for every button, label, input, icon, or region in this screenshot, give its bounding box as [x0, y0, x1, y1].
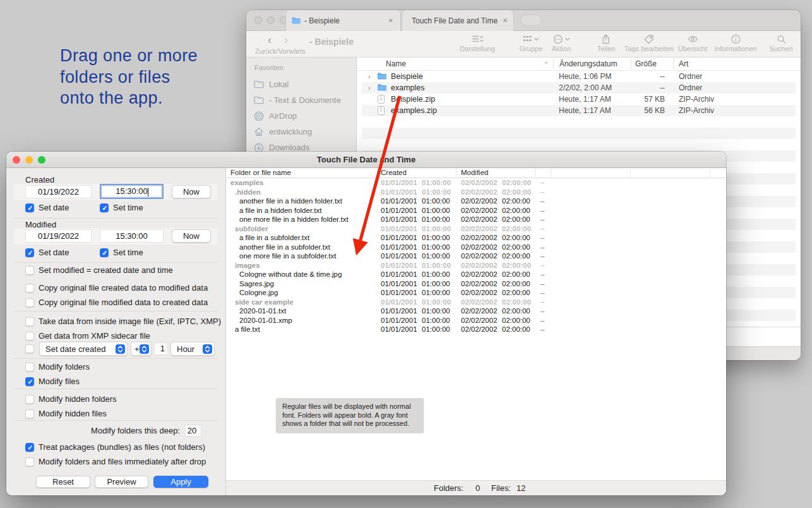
modified-now-button[interactable]: Now — [172, 229, 211, 243]
file-row[interactable]: › Beispiele Heute, 1:06 PM -- Ordner — [362, 71, 796, 82]
disclosure-chevron-icon[interactable]: › — [368, 71, 371, 82]
tab-close-icon[interactable]: ✕ — [387, 17, 395, 24]
new-tab-stub[interactable] — [520, 15, 542, 26]
table-row[interactable]: a file.txt 01/01/2001 01:00:00 02/02/200… — [226, 325, 726, 334]
created-now-button[interactable]: Now — [172, 185, 211, 198]
option-checkbox-row[interactable]: Modify hidden folders — [25, 394, 117, 404]
column-header-name[interactable]: Folder or file name — [230, 169, 291, 176]
option-checkbox-row[interactable]: Set modified = created date and time — [25, 265, 173, 275]
modified-time-field[interactable]: 15:30:00 — [100, 229, 164, 243]
file-row[interactable]: › examples 2/2/02, 2:00 AM -- Ordner — [362, 82, 796, 94]
zoom-button[interactable] — [38, 156, 45, 164]
column-header-size[interactable]: Größe — [635, 59, 657, 68]
table-row[interactable]: side car example 01/01/2001 01:00:00 02/… — [226, 298, 726, 307]
sidebar-item-entwicklung[interactable]: entwicklung — [246, 124, 356, 140]
checkbox[interactable] — [25, 457, 34, 466]
close-button[interactable] — [13, 156, 20, 164]
option-checkbox-row[interactable]: Copy original file created data to modif… — [25, 283, 208, 293]
toolbar-share-button[interactable]: Teilen — [597, 33, 616, 52]
column-divider[interactable] — [631, 59, 631, 70]
option-checkbox-row[interactable]: Modify hidden files — [25, 409, 117, 418]
tab-close-icon[interactable]: ✕ — [501, 17, 509, 24]
table-row[interactable]: another file in a hidden folder.txt 01/0… — [226, 197, 726, 206]
checkbox[interactable] — [25, 203, 34, 212]
table-row[interactable]: 2020-01-01.txt 01/01/2001 01:00:00 02/02… — [226, 306, 726, 316]
offset-unit-select[interactable]: Hour — [170, 342, 215, 356]
set-date-offset-checkbox[interactable] — [25, 344, 34, 353]
preview-button[interactable]: Preview — [95, 476, 148, 488]
table-row[interactable]: one more file in a subfolder.txt 01/01/2… — [226, 251, 726, 261]
toolbar-quicklook-button[interactable]: Übersicht — [678, 33, 707, 52]
created-date-field[interactable]: 01/19/2022 — [25, 185, 92, 198]
checkbox[interactable] — [25, 298, 34, 307]
checkbox[interactable] — [25, 284, 34, 293]
column-header-modified-date[interactable]: Änderungsdatum — [559, 59, 617, 68]
table-row[interactable]: another file in a subfolder.txt 01/01/20… — [226, 243, 726, 252]
created-time-field[interactable]: 15:30:00 — [100, 184, 164, 199]
created-set-time-checkbox[interactable]: Set time — [100, 203, 143, 212]
checkbox[interactable] — [25, 248, 34, 257]
table-row[interactable]: 2020-01-01.xmp 01/01/2001 01:00:00 02/02… — [226, 316, 726, 325]
folder-depth-field[interactable]: 20 — [185, 425, 201, 437]
toolbar-tags-button[interactable]: Tags bearbeiten — [624, 33, 674, 52]
option-checkbox-row[interactable]: Modify folders and files immediately aft… — [25, 457, 206, 466]
tab-touch-file-date-and-time[interactable]: Touch File Date and Time ✕ — [402, 10, 514, 31]
checkbox[interactable] — [25, 317, 34, 326]
offset-amount-field[interactable]: 1 — [154, 342, 168, 355]
table-row[interactable]: Cologne.jpg 01/01/2001 01:00:00 02/02/20… — [226, 288, 726, 298]
minimize-button[interactable] — [25, 156, 33, 164]
disclosure-chevron-icon[interactable]: › — [368, 82, 371, 94]
back-button[interactable]: ‹ — [268, 34, 272, 45]
checkbox[interactable] — [25, 363, 34, 372]
file-row[interactable]: examples.zip Heute, 1:17 AM 56 KB ZIP-Ar… — [362, 105, 796, 116]
option-checkbox-row[interactable]: Modify files — [25, 377, 90, 386]
minimize-button[interactable] — [267, 16, 275, 24]
file-row[interactable]: Beispiele.zip Heute, 1:17 AM 57 KB ZIP-A… — [362, 94, 796, 105]
checkbox[interactable] — [25, 409, 34, 418]
table-row[interactable]: images 01/01/2001 01:00:00 02/02/2002 02… — [226, 261, 726, 270]
table-row[interactable]: .hidden 01/01/2001 01:00:00 02/02/2002 0… — [226, 188, 726, 197]
modified-set-time-checkbox[interactable]: Set time — [100, 248, 143, 257]
reset-button[interactable]: Reset — [36, 476, 90, 488]
option-checkbox-row[interactable]: Modify folders — [25, 362, 90, 372]
created-set-date-checkbox[interactable]: Set date — [25, 203, 69, 212]
checkbox[interactable] — [25, 377, 34, 386]
sidebar-item-text-dokumente[interactable]: - Text & Dokumente — [246, 92, 356, 108]
option-checkbox-row[interactable]: Treat packages (bundles) as files (not f… — [25, 442, 206, 452]
tab-beispiele[interactable]: - Beispiele ✕ — [285, 10, 401, 31]
apply-button[interactable]: Apply — [153, 476, 208, 488]
sidebar-item-airdrop[interactable]: AirDrop — [246, 108, 356, 124]
table-row[interactable]: a file in a hidden folder.txt 01/01/2001… — [226, 206, 726, 215]
checkbox[interactable] — [25, 332, 34, 341]
option-checkbox-row[interactable]: Take data from inside image file (Exif, … — [25, 317, 221, 326]
toolbar-search-button[interactable]: Suchen — [769, 33, 792, 52]
table-row[interactable]: Sagres.jpg 01/01/2001 01:00:00 02/02/200… — [226, 279, 726, 289]
toolbar-group-button[interactable]: Gruppe — [520, 33, 543, 52]
table-row[interactable]: one more file in a hidden folder.txt 01/… — [226, 215, 726, 224]
checkbox[interactable] — [25, 266, 34, 275]
table-row[interactable]: Cologne without date & time.jpg 01/01/20… — [226, 270, 726, 279]
checkbox[interactable] — [25, 344, 34, 353]
checkbox[interactable] — [25, 395, 34, 404]
column-header-modified[interactable]: Modified — [461, 169, 488, 176]
sidebar-item-lokal[interactable]: Lokal — [246, 76, 356, 92]
toolbar-view-button[interactable]: Darstellung — [460, 33, 495, 52]
plus-minus-select[interactable]: + — [131, 342, 152, 356]
date-field-select[interactable]: Set date created — [39, 342, 128, 356]
option-checkbox-row[interactable]: Get data from XMP sidecar file — [25, 331, 221, 341]
forward-button[interactable]: › — [284, 34, 288, 45]
option-checkbox-row[interactable]: Copy original file modified data to crea… — [25, 298, 208, 307]
column-header-name[interactable]: Name — [386, 59, 406, 68]
close-button[interactable] — [254, 16, 262, 24]
toolbar-action-button[interactable]: Aktion — [552, 33, 571, 52]
toolbar-info-button[interactable]: Informationen — [714, 33, 756, 52]
checkbox[interactable] — [25, 443, 34, 452]
modified-date-field[interactable]: 01/19/2022 — [25, 229, 92, 243]
table-row[interactable]: examples 01/01/2001 01:00:00 02/02/2002 … — [226, 178, 726, 188]
column-header-created[interactable]: Created — [381, 169, 407, 176]
column-divider[interactable] — [553, 59, 554, 70]
checkbox[interactable] — [100, 203, 109, 212]
modified-set-date-checkbox[interactable]: Set date — [25, 248, 69, 257]
table-row[interactable]: subfolder 01/01/2001 01:00:00 02/02/2002… — [226, 224, 726, 234]
column-divider[interactable] — [673, 59, 674, 70]
